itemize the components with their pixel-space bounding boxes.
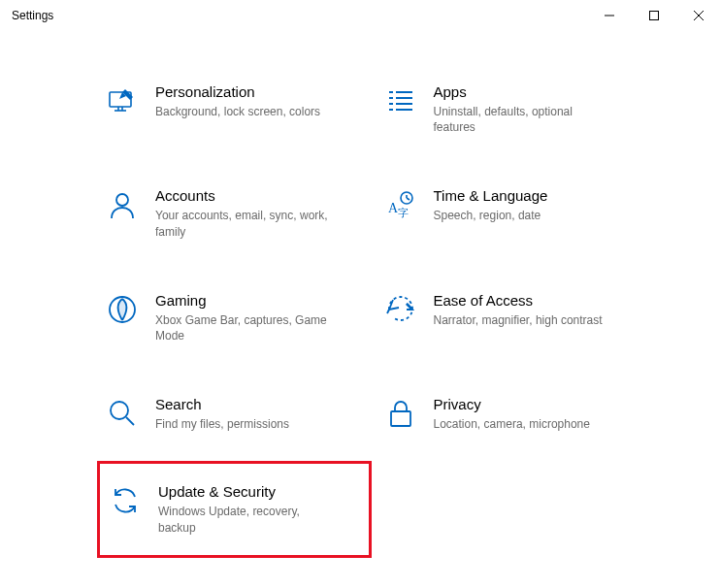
- svg-line-26: [126, 417, 134, 425]
- tile-title: Gaming: [155, 292, 356, 309]
- close-button[interactable]: [676, 0, 721, 31]
- tile-gaming[interactable]: Gaming Xbox Game Bar, captures, Game Mod…: [107, 288, 356, 347]
- tile-title: Apps: [434, 83, 635, 100]
- tile-title: Privacy: [434, 396, 635, 412]
- tile-desc: Your accounts, email, sync, work, family: [155, 208, 330, 239]
- tile-desc: Windows Update, recovery, backup: [158, 504, 333, 535]
- tile-text: Time & Language Speech, region, date: [434, 187, 635, 223]
- maximize-button[interactable]: [632, 0, 676, 31]
- tile-desc: Uninstall, defaults, optional features: [434, 104, 608, 135]
- tile-privacy[interactable]: Privacy Location, camera, microphone: [385, 392, 635, 436]
- tile-desc: Find my files, permissions: [155, 416, 330, 432]
- accounts-icon: [107, 189, 138, 220]
- svg-rect-1: [650, 12, 659, 20]
- tile-text: Privacy Location, camera, microphone: [434, 396, 635, 432]
- privacy-icon: [385, 398, 416, 429]
- settings-content: Personalization Background, lock screen,…: [0, 31, 721, 558]
- tile-ease-of-access[interactable]: Ease of Access Narrator, magnifier, high…: [385, 288, 635, 347]
- tile-desc: Background, lock screen, colors: [155, 104, 330, 119]
- tile-update-security[interactable]: Update & Security Windows Update, recove…: [97, 461, 372, 557]
- gaming-icon: [107, 294, 138, 325]
- window-controls: [587, 0, 721, 31]
- tile-desc: Xbox Game Bar, captures, Game Mode: [155, 312, 330, 343]
- personalization-icon: [107, 85, 138, 116]
- minimize-button[interactable]: [587, 0, 632, 31]
- tile-text: Apps Uninstall, defaults, optional featu…: [434, 83, 635, 135]
- svg-point-16: [116, 194, 128, 206]
- svg-point-25: [111, 402, 128, 419]
- tile-text: Personalization Background, lock screen,…: [155, 83, 356, 119]
- apps-icon: [385, 85, 416, 116]
- tile-desc: Narrator, magnifier, high contrast: [434, 312, 608, 328]
- tile-personalization[interactable]: Personalization Background, lock screen,…: [107, 80, 356, 139]
- svg-text:字: 字: [398, 207, 409, 218]
- tile-text: Search Find my files, permissions: [155, 396, 356, 432]
- tile-title: Time & Language: [434, 187, 635, 204]
- ease-of-access-icon: [385, 294, 416, 325]
- tile-title: Accounts: [155, 187, 356, 204]
- svg-rect-27: [391, 411, 410, 426]
- tile-title: Personalization: [155, 83, 356, 100]
- tile-text: Update & Security Windows Update, recove…: [158, 483, 353, 535]
- tile-desc: Location, camera, microphone: [434, 416, 608, 432]
- close-icon: [694, 11, 704, 20]
- tile-text: Ease of Access Narrator, magnifier, high…: [434, 292, 635, 328]
- tile-desc: Speech, region, date: [434, 208, 608, 223]
- tile-title: Update & Security: [158, 483, 353, 500]
- window-title: Settings: [12, 9, 53, 22]
- minimize-icon: [605, 11, 614, 20]
- tile-search[interactable]: Search Find my files, permissions: [107, 392, 356, 436]
- tile-time-language[interactable]: A 字 Time & Language Speech, region, date: [385, 183, 635, 243]
- tile-accounts[interactable]: Accounts Your accounts, email, sync, wor…: [107, 183, 356, 243]
- maximize-icon: [649, 11, 659, 20]
- settings-grid: Personalization Background, lock screen,…: [107, 80, 634, 539]
- titlebar: Settings: [0, 0, 721, 31]
- tile-text: Accounts Your accounts, email, sync, wor…: [155, 187, 356, 239]
- time-language-icon: A 字: [385, 189, 416, 220]
- update-security-icon: [110, 485, 141, 516]
- tile-text: Gaming Xbox Game Bar, captures, Game Mod…: [155, 292, 356, 343]
- svg-line-19: [407, 198, 410, 200]
- tile-apps[interactable]: Apps Uninstall, defaults, optional featu…: [385, 80, 635, 139]
- tile-title: Ease of Access: [434, 292, 635, 309]
- search-icon: [107, 398, 138, 429]
- tile-title: Search: [155, 396, 356, 412]
